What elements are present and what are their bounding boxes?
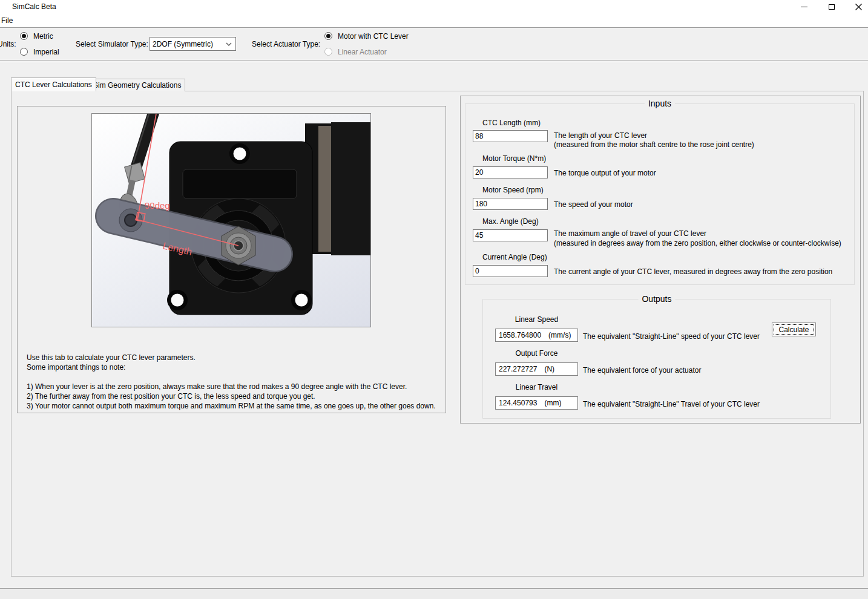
- simulator-type-value: 2DOF (Symmetric): [153, 40, 213, 48]
- linear-travel-unit: (mm): [544, 399, 561, 407]
- linear-travel-value: 124.450793: [499, 399, 537, 407]
- tab-label: CTC Lever Calculations: [15, 80, 92, 89]
- ctc-length-value: 88: [475, 132, 483, 140]
- ctc-length-input[interactable]: 88: [473, 130, 548, 142]
- actuator-type-label: Select Actuator Type:: [252, 40, 320, 48]
- linear-travel-desc: The equivalent "Straight-Line" Travel of…: [583, 399, 760, 409]
- angle-annotation-label: 90deg: [145, 200, 170, 211]
- note-line: 2) The further away from the rest positi…: [27, 391, 436, 401]
- max-angle-label: Max. Angle (Deg): [482, 217, 539, 226]
- simulator-type-dropdown[interactable]: 2DOF (Symmetric): [150, 37, 236, 51]
- current-angle-desc: The current angle of your CTC lever, mea…: [554, 267, 832, 277]
- outputs-group-title: Outputs: [638, 294, 675, 304]
- radio-imperial[interactable]: [20, 48, 28, 56]
- output-force-unit: (N): [544, 365, 554, 373]
- max-angle-input[interactable]: 45: [473, 229, 548, 241]
- minimize-button[interactable]: [791, 0, 818, 13]
- window-title: SimCalc Beta: [12, 2, 56, 11]
- linear-speed-unit: (mm/s): [548, 331, 571, 339]
- close-icon: [855, 4, 862, 10]
- radio-linear-actuator-label: Linear Actuator: [338, 48, 387, 56]
- menu-bar: File: [0, 13, 868, 27]
- motor-torque-desc: The torque output of your motor: [554, 168, 656, 178]
- motor-torque-value: 20: [475, 168, 483, 177]
- title-bar: SimCalc Beta: [0, 0, 868, 13]
- calculate-button[interactable]: Calculate: [772, 322, 816, 336]
- maximize-button[interactable]: [818, 0, 845, 13]
- ctc-length-label: CTC Length (mm): [482, 119, 541, 127]
- notes-block: Use this tab to calculate your CTC lever…: [27, 353, 436, 411]
- motor-torque-label: Motor Torque (N*m): [482, 154, 546, 163]
- max-angle-desc: The maximum angle of travel of your CTC …: [554, 229, 706, 238]
- output-force-output: 227.272727 (N): [495, 362, 578, 376]
- linear-travel-output: 124.450793 (mm): [495, 396, 578, 410]
- linear-speed-output: 1658.764800 (mm/s): [495, 329, 578, 342]
- maximize-icon: [829, 4, 835, 10]
- note-line: Use this tab to calculate your CTC lever…: [27, 353, 436, 362]
- motor-torque-input[interactable]: 20: [473, 166, 548, 178]
- chevron-down-icon: [226, 42, 232, 46]
- simulator-type-label: Select Simulator Type:: [76, 40, 148, 48]
- ctc-length-desc2: (measured from the motor shaft centre to…: [554, 140, 754, 149]
- note-line: 3) Your motor cannot output both maximum…: [27, 401, 436, 411]
- note-line: Some important things to note:: [27, 362, 436, 372]
- current-angle-input[interactable]: 0: [473, 265, 548, 277]
- radio-metric-label[interactable]: Metric: [33, 32, 53, 41]
- ctc-length-desc: The length of your CTC lever: [554, 131, 647, 140]
- units-label: Units:: [0, 40, 16, 48]
- linear-speed-label: Linear Speed: [495, 315, 578, 324]
- menu-file[interactable]: File: [0, 16, 16, 25]
- inputs-group-title: Inputs: [645, 99, 675, 108]
- max-angle-desc2: (measured in degrees away from the zero …: [554, 238, 841, 248]
- motor-speed-value: 180: [475, 200, 487, 208]
- radio-linear-actuator: [324, 48, 332, 56]
- ctc-lever-picture: 90deg Length: [91, 113, 371, 327]
- motor-speed-desc: The speed of your motor: [554, 200, 633, 209]
- output-force-desc: The equivalent force of your actuator: [583, 365, 701, 375]
- close-button[interactable]: [845, 0, 868, 13]
- linear-travel-label: Linear Travel: [495, 383, 578, 391]
- radio-metric[interactable]: [20, 32, 28, 40]
- linear-speed-value: 1658.764800: [499, 331, 541, 339]
- ctc-lever-diagram: 90deg Length: [92, 114, 370, 327]
- max-angle-value: 45: [475, 231, 483, 240]
- bottom-strip: [0, 588, 868, 599]
- motor-speed-label: Motor Speed (rpm): [482, 186, 544, 194]
- radio-motor-ctc-lever-label[interactable]: Motor with CTC Lever: [338, 32, 409, 41]
- output-force-label: Output Force: [495, 349, 578, 358]
- output-force-value: 227.272727: [499, 365, 537, 373]
- tab-label: Sim Geometry Calculations: [93, 81, 181, 90]
- motor-speed-input[interactable]: 180: [473, 198, 548, 210]
- tab-sim-geometry-calculations[interactable]: Sim Geometry Calculations: [89, 79, 185, 91]
- note-line: 1) When your lever is at the zero positi…: [27, 382, 436, 391]
- linear-speed-desc: The equivalent "Straight-Line" speed of …: [583, 332, 760, 341]
- current-angle-value: 0: [475, 267, 479, 275]
- current-angle-label: Current Angle (Deg): [482, 253, 547, 261]
- minimize-icon: [801, 7, 807, 7]
- note-line: [27, 372, 436, 382]
- tab-ctc-lever-calculations[interactable]: CTC Lever Calculations: [11, 77, 96, 91]
- radio-imperial-label[interactable]: Imperial: [33, 48, 59, 56]
- radio-motor-ctc-lever[interactable]: [324, 32, 332, 40]
